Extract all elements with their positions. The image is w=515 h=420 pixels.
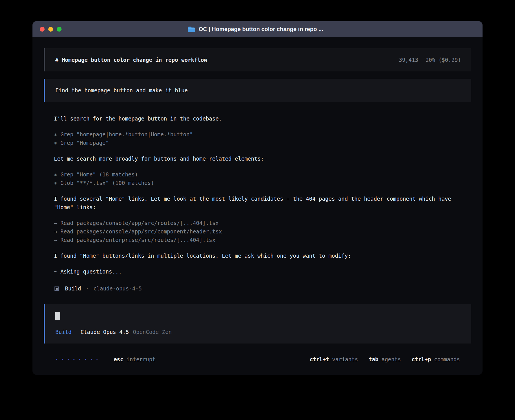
agents-label: agents (381, 356, 401, 362)
titlebar[interactable]: OC | Homepage button color change in rep… (32, 21, 483, 37)
ctrl-p-key: ctrl+p (412, 356, 431, 362)
zoom-button[interactable] (57, 27, 62, 32)
esc-key: esc (114, 356, 123, 362)
minimize-button[interactable] (48, 27, 53, 32)
window-title: OC | Homepage button color change in rep… (198, 26, 323, 32)
agent-model: claude-opus-4-5 (93, 284, 142, 293)
session-title: # Homepage button color change in repo w… (55, 57, 207, 63)
interrupt-label: interrupt (126, 356, 156, 362)
interrupt-hint: esc interrupt (114, 356, 156, 362)
assistant-paragraph: I'll search for the homepage button in t… (54, 114, 452, 123)
assistant-paragraph: Let me search more broadly for buttons a… (54, 154, 452, 163)
agent-status-line: Build · claude-opus-4-5 (54, 284, 471, 293)
folder-icon (187, 26, 195, 32)
tool-call-group: → Read packages/console/app/src/routes/[… (54, 219, 471, 244)
spinner-dots: ········ (55, 356, 101, 362)
prompt-input[interactable]: Build Claude Opus 4.5 OpenCode Zen (44, 304, 471, 344)
agent-icon (54, 286, 59, 291)
commands-label: commands (434, 356, 460, 362)
separator-dot: · (86, 284, 89, 293)
tool-call-glob: ∗ Glob "**/*.tsx" (100 matches) (54, 179, 471, 187)
tool-call-read: → Read packages/console/app/src/componen… (54, 227, 471, 236)
context-usage: 20% ($0.29) (425, 57, 461, 63)
agents-hint: tab agents (369, 356, 401, 362)
user-message: Find the homepage button and make it blu… (44, 79, 471, 102)
user-message-text: Find the homepage button and make it blu… (55, 87, 188, 93)
ctrl-t-key: ctrl+t (310, 356, 329, 362)
assistant-paragraph: I found several "Home" links. Let me loo… (54, 194, 452, 211)
close-button[interactable] (40, 27, 45, 32)
tool-call-grep: ∗ Grep "homepage|home.*button|Home.*butt… (54, 130, 471, 139)
variants-label: variants (332, 356, 358, 362)
assistant-paragraph: I found "Home" buttons/links in multiple… (54, 251, 452, 260)
traffic-lights (40, 27, 62, 32)
asking-questions-status: ~ Asking questions... (54, 267, 452, 276)
agent-name: Build (65, 284, 81, 293)
tool-call-grep: ∗ Grep "Home" (18 matches) (54, 170, 471, 179)
variants-hint: ctrl+t variants (310, 356, 358, 362)
text-cursor (55, 312, 60, 320)
input-meta-row: Build Claude Opus 4.5 OpenCode Zen (55, 329, 461, 335)
tool-call-group: ∗ Grep "Home" (18 matches) ∗ Glob "**/*.… (54, 170, 471, 187)
tab-key: tab (369, 356, 378, 362)
tool-call-read: → Read packages/enterprise/src/routes/[.… (54, 236, 471, 244)
active-model-label[interactable]: Claude Opus 4.5 (80, 329, 129, 335)
token-count: 39,413 (399, 57, 418, 63)
tool-call-grep: ∗ Grep "Homepage" (54, 139, 471, 147)
session-header: # Homepage button color change in repo w… (44, 48, 471, 71)
status-bar: ········ esc interrupt ctrl+t variants t… (44, 348, 471, 375)
commands-hint: ctrl+p commands (412, 356, 460, 362)
tool-call-read: → Read packages/console/app/src/routes/[… (54, 219, 471, 227)
tool-call-group: ∗ Grep "homepage|home.*button|Home.*butt… (54, 130, 471, 147)
provider-label: OpenCode Zen (133, 329, 172, 335)
terminal-window: OC | Homepage button color change in rep… (32, 21, 483, 375)
active-agent-label[interactable]: Build (55, 329, 71, 335)
assistant-transcript: I'll search for the homepage button in t… (54, 114, 471, 293)
